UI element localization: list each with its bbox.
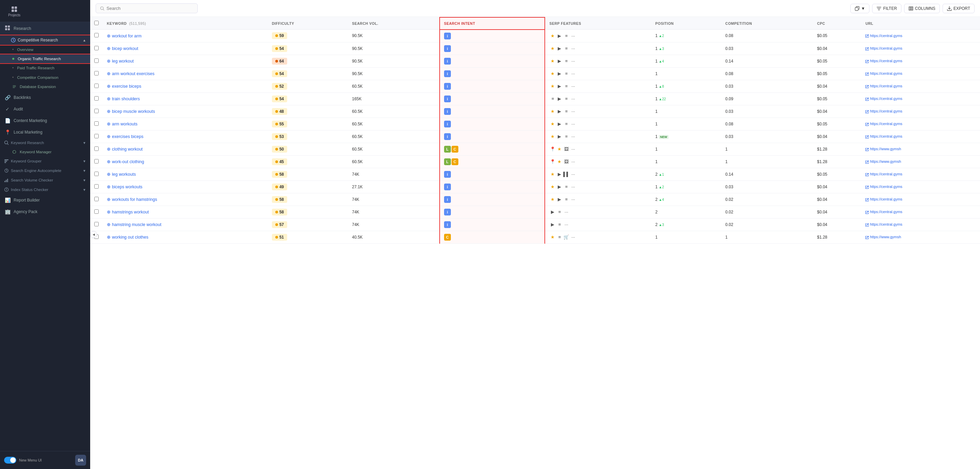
keyword-link[interactable]: biceps workouts: [112, 185, 143, 189]
row-checkbox[interactable]: [90, 92, 103, 105]
keyword-cell[interactable]: ⊕bicep workout: [103, 42, 268, 55]
serp-star-icon[interactable]: ★: [549, 83, 556, 90]
serp-feature-icon[interactable]: ···: [570, 171, 576, 178]
keyword-link[interactable]: clothing workout: [112, 147, 143, 152]
row-checkbox[interactable]: [90, 168, 103, 181]
serp-feature-icon[interactable]: ▶: [556, 133, 563, 140]
search-vol-col-header[interactable]: SEARCH VOL.: [348, 17, 439, 30]
serp-feature-icon[interactable]: ···: [563, 209, 570, 215]
projects-button[interactable]: Projects: [5, 4, 24, 19]
serp-star-icon[interactable]: ★: [549, 120, 556, 127]
serp-feature-icon[interactable]: ≡: [563, 120, 570, 127]
keyword-link[interactable]: work-out clothing: [112, 159, 144, 164]
serp-image-icon[interactable]: 🖼: [563, 146, 570, 152]
serp-feature-icon[interactable]: ···: [570, 184, 576, 190]
serp-feature-icon[interactable]: ≡: [563, 196, 570, 203]
serp-feature-icon[interactable]: ···: [563, 221, 570, 228]
serp-feature-icon[interactable]: ···: [570, 58, 576, 65]
avatar-button[interactable]: DA: [75, 455, 86, 466]
add-keyword-icon[interactable]: ⊕: [107, 71, 111, 76]
row-checkbox[interactable]: [90, 55, 103, 67]
serp-feature-icon[interactable]: ≡: [563, 45, 570, 52]
url-cell[interactable]: https://www.gymsh: [861, 231, 980, 243]
url-link[interactable]: https://central.gyms: [870, 210, 902, 214]
serp-feature-icon[interactable]: ≡: [563, 184, 570, 190]
keyword-link[interactable]: leg workout: [112, 59, 134, 63]
add-keyword-icon[interactable]: ⊕: [107, 121, 111, 127]
new-menu-toggle[interactable]: [4, 457, 16, 464]
serp-star-icon[interactable]: ★: [549, 32, 556, 39]
serp-feature-icon[interactable]: ···: [570, 45, 576, 52]
url-cell[interactable]: https://central.gyms: [861, 42, 980, 55]
copy-button[interactable]: ▼: [850, 4, 870, 13]
serp-feature-icon[interactable]: ···: [570, 32, 576, 39]
keyword-cell[interactable]: ⊕workout for arm: [103, 30, 268, 43]
serp-feature-icon[interactable]: ···: [570, 120, 576, 127]
serp-star-icon[interactable]: ★: [549, 70, 556, 77]
row-checkbox[interactable]: [90, 42, 103, 55]
difficulty-col-header[interactable]: DIFFICULTY: [268, 17, 348, 30]
serp-star-icon[interactable]: ★: [549, 184, 556, 190]
serp-feature-icon[interactable]: ···: [570, 95, 576, 102]
url-link[interactable]: https://central.gyms: [870, 172, 902, 176]
url-link[interactable]: https://central.gyms: [870, 84, 902, 88]
serp-star-icon[interactable]: ★: [549, 171, 556, 178]
serp-feature-icon[interactable]: ≡: [556, 234, 563, 241]
serp-feature-icon[interactable]: ▶: [556, 108, 563, 115]
url-link[interactable]: https://central.gyms: [870, 222, 902, 227]
serp-feature-icon[interactable]: ▶: [549, 209, 556, 215]
serp-feature-icon[interactable]: ≡: [563, 32, 570, 39]
add-keyword-icon[interactable]: ⊕: [107, 222, 111, 227]
search-volume-checker-header[interactable]: Search Volume Checker ▼: [0, 175, 90, 185]
add-keyword-icon[interactable]: ⊕: [107, 134, 111, 139]
serp-feature-icon[interactable]: ···: [570, 133, 576, 140]
add-keyword-icon[interactable]: ⊕: [107, 172, 111, 177]
competition-col-header[interactable]: COMPETITION: [721, 17, 813, 30]
add-keyword-icon[interactable]: ⊕: [107, 46, 111, 51]
url-cell[interactable]: https://central.gyms: [861, 117, 980, 130]
url-link[interactable]: https://central.gyms: [870, 185, 902, 189]
search-intent-col-header[interactable]: SEARCH INTENT: [440, 17, 545, 30]
url-cell[interactable]: https://central.gyms: [861, 67, 980, 80]
row-checkbox[interactable]: [90, 193, 103, 206]
url-link[interactable]: https://central.gyms: [870, 59, 902, 63]
row-checkbox[interactable]: [90, 117, 103, 130]
url-link[interactable]: https://central.gyms: [870, 197, 902, 201]
url-cell[interactable]: https://central.gyms: [861, 168, 980, 181]
serp-feature-icon[interactable]: ···: [570, 70, 576, 77]
keyword-cell[interactable]: ⊕arm workouts: [103, 117, 268, 130]
row-checkbox[interactable]: [90, 143, 103, 155]
url-cell[interactable]: https://central.gyms: [861, 181, 980, 193]
url-col-header[interactable]: URL: [861, 17, 980, 30]
columns-button[interactable]: COLUMNS: [904, 4, 940, 13]
keyword-link[interactable]: working out clothes: [112, 235, 148, 239]
serp-feature-icon[interactable]: ▶: [556, 95, 563, 102]
serp-star-icon[interactable]: ★: [549, 58, 556, 65]
add-keyword-icon[interactable]: ⊕: [107, 109, 111, 114]
sidebar-item-backlinks[interactable]: 🔗 Backlinks: [0, 92, 90, 103]
add-keyword-icon[interactable]: ⊕: [107, 197, 111, 202]
serp-star-icon[interactable]: ★: [549, 108, 556, 115]
url-cell[interactable]: https://central.gyms: [861, 80, 980, 92]
serp-feature-icon[interactable]: ≡: [563, 70, 570, 77]
keyword-cell[interactable]: ⊕exercise biceps: [103, 80, 268, 92]
add-keyword-icon[interactable]: ⊕: [107, 33, 111, 38]
serp-feature-icon[interactable]: ···: [570, 108, 576, 115]
serp-feature-icon[interactable]: ≡: [563, 58, 570, 65]
sub-item-keyword-manager[interactable]: Keyword Manager: [0, 147, 90, 156]
keyword-cell[interactable]: ⊕hamstring muscle workout: [103, 218, 268, 231]
sub-item-paid-traffic[interactable]: • Paid Traffic Research: [0, 63, 90, 73]
url-cell[interactable]: https://central.gyms: [861, 30, 980, 43]
search-box[interactable]: [95, 3, 198, 13]
serp-feature-icon[interactable]: ▶: [556, 58, 563, 65]
keyword-link[interactable]: workouts for hamstrings: [112, 197, 157, 202]
serp-feature-icon[interactable]: ≡: [556, 221, 563, 228]
serp-star-icon[interactable]: ★: [549, 234, 556, 241]
url-link[interactable]: https://central.gyms: [870, 71, 902, 76]
sidebar-collapse-button[interactable]: ◀: [90, 231, 97, 238]
keyword-link[interactable]: arm workout exercises: [112, 71, 154, 76]
serp-feature-icon[interactable]: ≡: [563, 83, 570, 90]
search-engine-autocomplete-header[interactable]: Search Engine Autocomplete ▼: [0, 166, 90, 175]
sidebar-item-content[interactable]: 📄 Content Marketing: [0, 115, 90, 127]
keyword-cell[interactable]: ⊕bicep muscle workouts: [103, 105, 268, 117]
